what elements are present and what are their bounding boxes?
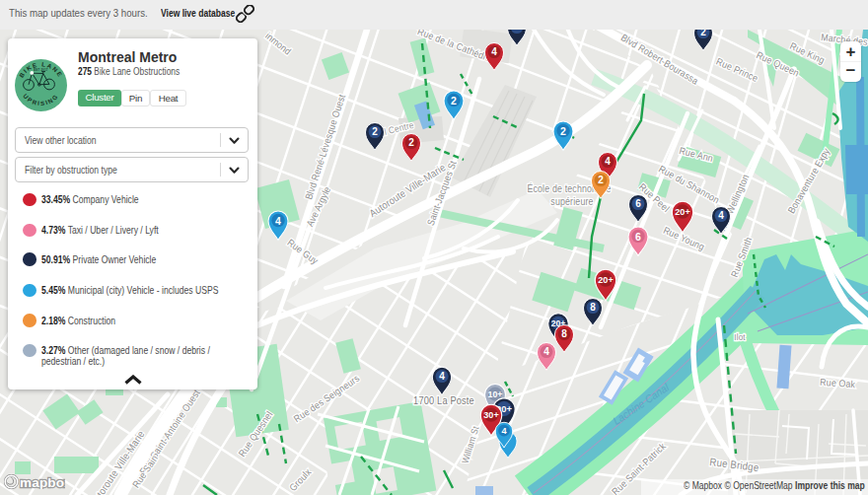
svg-text:6: 6 (635, 231, 641, 243)
svg-text:8: 8 (561, 328, 567, 339)
svg-text:6: 6 (635, 198, 641, 209)
svg-text:4: 4 (605, 156, 611, 167)
svg-text:20+: 20+ (598, 275, 613, 285)
svg-text:2: 2 (408, 137, 414, 148)
svg-text:20+: 20+ (675, 207, 689, 217)
svg-text:EST 2017: EST 2017 (34, 68, 48, 72)
svg-text:30+: 30+ (483, 410, 498, 420)
svg-text:2: 2 (451, 95, 457, 106)
svg-text:4: 4 (439, 371, 445, 382)
svg-text:2: 2 (372, 126, 378, 137)
svg-text:8: 8 (590, 302, 596, 313)
svg-text:1700 La Poste: 1700 La Poste (413, 394, 474, 406)
svg-text:2: 2 (598, 175, 604, 185)
svg-text:supérieure: supérieure (550, 195, 593, 207)
svg-text:2: 2 (560, 125, 566, 137)
svg-text:4: 4 (491, 46, 497, 57)
svg-text:4: 4 (543, 346, 549, 357)
svg-text:4: 4 (275, 215, 281, 227)
svg-text:10+: 10+ (488, 389, 503, 399)
svg-text:Ilot: Ilot (734, 332, 746, 343)
svg-text:4: 4 (718, 210, 724, 221)
svg-text:mapbox: mapbox (20, 475, 65, 490)
svg-text:4: 4 (501, 426, 507, 436)
